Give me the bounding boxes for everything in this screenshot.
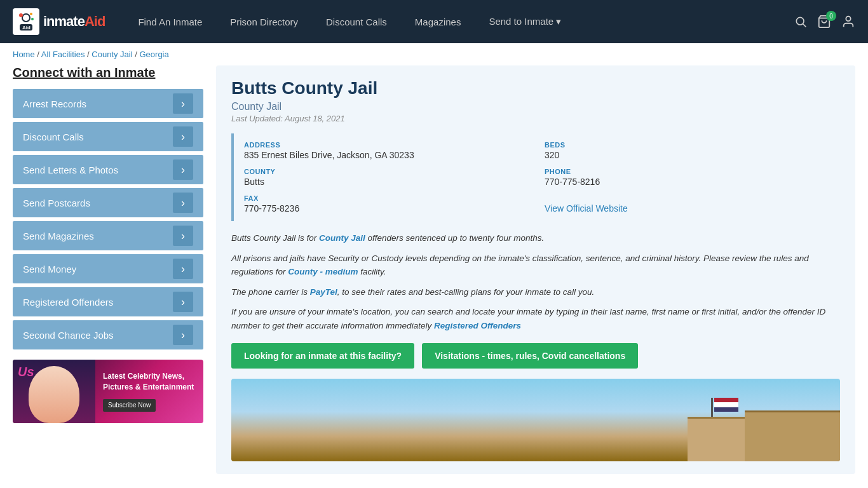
county-medium-link[interactable]: County - medium — [288, 267, 358, 276]
fax-label: FAX — [244, 194, 529, 202]
sidebar-arrow-icon: › — [173, 325, 193, 345]
address-value: 835 Ernest Biles Drive, Jackson, GA 3023… — [244, 150, 529, 160]
registered-offenders-link[interactable]: Registered Offenders — [434, 321, 521, 330]
sidebar-title: Connect with an Inmate — [13, 65, 203, 80]
sidebar-item-send-letters[interactable]: Send Letters & Photos › — [13, 155, 203, 184]
cart-button[interactable]: 0 — [817, 15, 831, 29]
ad-subscribe-button[interactable]: Subscribe Now — [103, 399, 156, 412]
action-buttons: Looking for an inmate at this facility? … — [231, 343, 840, 369]
sidebar-item-label: Send Postcards — [23, 198, 90, 208]
breadcrumb-state[interactable]: Georgia — [139, 50, 168, 59]
sidebar-item-label: Send Money — [23, 264, 76, 274]
flag-icon — [714, 398, 738, 412]
county-field: COUNTY Butts — [244, 168, 529, 187]
sidebar-item-registered-offenders[interactable]: Registered Offenders › — [13, 287, 203, 316]
breadcrumb-all-facilities[interactable]: All Facilities — [41, 50, 85, 59]
search-button[interactable] — [794, 15, 807, 28]
sidebar-arrow-icon: › — [173, 292, 193, 312]
address-field: ADDRESS 835 Ernest Biles Drive, Jackson,… — [244, 141, 529, 160]
sidebar-item-label: Arrest Records — [23, 98, 86, 109]
logo-text: inmateAid — [43, 13, 105, 30]
logo[interactable]: Aid inmateAid — [13, 8, 105, 35]
sidebar-item-label: Discount Calls — [23, 132, 84, 142]
nav-find-inmate[interactable]: Find An Inmate — [124, 0, 216, 43]
beds-label: BEDS — [545, 141, 830, 149]
facility-image — [231, 379, 840, 461]
looking-for-inmate-button[interactable]: Looking for an inmate at this facility? — [231, 343, 414, 369]
svg-point-2 — [23, 15, 29, 21]
ad-title: Latest Celebrity News, Pictures & Entert… — [103, 371, 196, 393]
sidebar-item-second-chance-jobs[interactable]: Second Chance Jobs › — [13, 320, 203, 349]
nav-magazines[interactable]: Magazines — [401, 0, 475, 43]
desc-para-4: If you are unsure of your inmate's locat… — [231, 305, 840, 332]
svg-point-5 — [30, 13, 32, 15]
phone-field: PHONE 770-775-8216 — [545, 168, 830, 187]
svg-point-6 — [31, 18, 34, 20]
sidebar-item-label: Second Chance Jobs — [23, 330, 114, 341]
sidebar: Connect with an Inmate Arrest Records › … — [13, 65, 203, 474]
desc-para-3: The phone carrier is PayTel, to see thei… — [231, 285, 840, 299]
county-label: COUNTY — [244, 168, 529, 175]
main-nav: Aid inmateAid Find An Inmate Prison Dire… — [0, 0, 868, 43]
official-website-link[interactable]: View Official Website — [545, 203, 628, 214]
svg-point-10 — [846, 17, 850, 21]
building-2 — [745, 410, 840, 461]
beds-value: 320 — [545, 150, 830, 160]
phone-value: 770-775-8216 — [545, 177, 830, 187]
sidebar-item-send-postcards[interactable]: Send Postcards › — [13, 188, 203, 217]
desc-para-1: Butts County Jail is for County Jail off… — [231, 231, 840, 245]
sidebar-ad[interactable]: Us Latest Celebrity News, Pictures & Ent… — [13, 360, 203, 423]
sidebar-arrow-icon: › — [173, 126, 193, 147]
user-icon — [841, 15, 855, 29]
facility-type: County Jail — [231, 101, 840, 112]
cart-count: 0 — [826, 11, 836, 21]
breadcrumb: Home / All Facilities / County Jail / Ge… — [0, 43, 868, 65]
website-label — [545, 194, 830, 202]
beds-field: BEDS 320 — [545, 141, 830, 160]
county-value: Butts — [244, 177, 529, 187]
sidebar-item-arrest-records[interactable]: Arrest Records › — [13, 89, 203, 118]
ad-text-area: Latest Celebrity News, Pictures & Entert… — [95, 365, 203, 418]
county-jail-link[interactable]: County Jail — [319, 233, 365, 243]
facility-content: Butts County Jail County Jail Last Updat… — [216, 65, 855, 474]
svg-point-7 — [796, 17, 804, 25]
main-container: Connect with an Inmate Arrest Records › … — [0, 65, 868, 487]
facility-last-updated: Last Updated: August 18, 2021 — [231, 114, 840, 123]
sidebar-item-label: Registered Offenders — [23, 297, 113, 308]
nav-discount-calls[interactable]: Discount Calls — [312, 0, 401, 43]
paytel-link[interactable]: PayTel — [310, 287, 337, 297]
sidebar-item-send-magazines[interactable]: Send Magazines › — [13, 221, 203, 250]
send-to-inmate-label: Send to Inmate ▾ — [489, 16, 561, 27]
sidebar-arrow-icon: › — [173, 93, 193, 114]
breadcrumb-county-jail[interactable]: County Jail — [92, 50, 132, 59]
svg-text:Aid: Aid — [22, 25, 31, 30]
address-label: ADDRESS — [244, 141, 529, 149]
visitations-button[interactable]: Visitations - times, rules, Covid cancel… — [422, 343, 638, 369]
nav-prison-directory[interactable]: Prison Directory — [216, 0, 312, 43]
phone-label: PHONE — [545, 168, 830, 175]
sidebar-arrow-icon: › — [173, 259, 193, 279]
ad-image: Us — [13, 360, 95, 423]
sidebar-item-discount-calls[interactable]: Discount Calls › — [13, 122, 203, 151]
user-button[interactable] — [841, 15, 855, 29]
desc-para-2: All prisons and jails have Security or C… — [231, 252, 840, 279]
svg-line-8 — [803, 24, 806, 27]
sidebar-item-label: Send Magazines — [23, 231, 94, 241]
nav-send-to-inmate[interactable]: Send to Inmate ▾ — [475, 0, 575, 43]
nav-links: Find An Inmate Prison Directory Discount… — [124, 0, 794, 43]
search-icon — [794, 15, 807, 28]
ad-person-image — [29, 366, 79, 423]
breadcrumb-home[interactable]: Home — [13, 50, 35, 59]
logo-icon: Aid — [13, 8, 39, 35]
sidebar-item-label: Send Letters & Photos — [23, 165, 118, 175]
sidebar-arrow-icon: › — [173, 193, 193, 213]
fax-value: 770-775-8236 — [244, 203, 529, 214]
ad-logo: Us — [18, 365, 34, 379]
svg-point-4 — [19, 13, 23, 17]
fax-field: FAX 770-775-8236 — [244, 194, 529, 214]
facility-info-box: ADDRESS 835 Ernest Biles Drive, Jackson,… — [231, 133, 840, 221]
sidebar-arrow-icon: › — [173, 226, 193, 246]
sidebar-item-send-money[interactable]: Send Money › — [13, 254, 203, 283]
nav-icons: 0 — [794, 15, 855, 29]
website-field: View Official Website — [545, 194, 830, 214]
